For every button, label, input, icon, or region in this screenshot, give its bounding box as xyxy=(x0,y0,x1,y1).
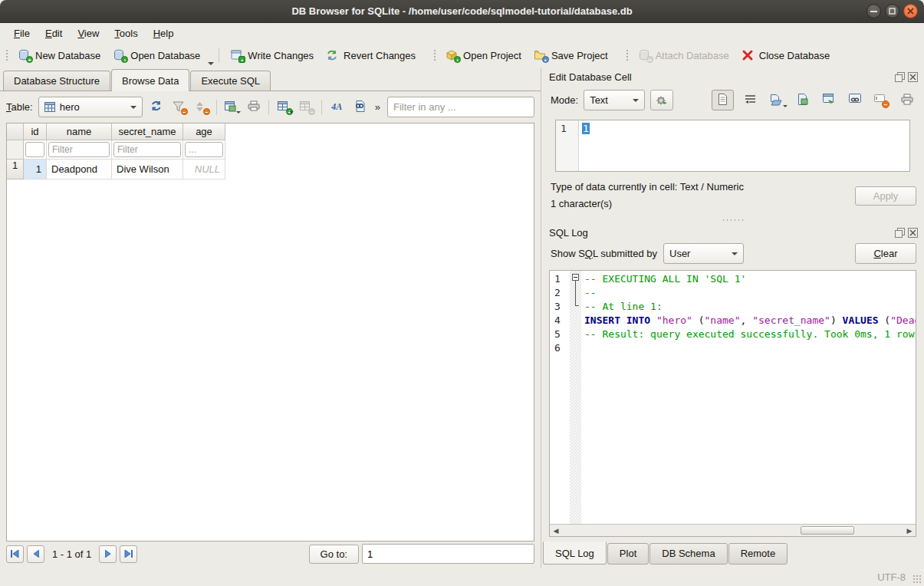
toolbar-drag-handle xyxy=(432,48,436,62)
import-data-button[interactable] xyxy=(767,91,786,110)
minimize-button[interactable] xyxy=(866,4,881,18)
find-in-table-button[interactable] xyxy=(350,97,367,117)
cell-info: Type of data currently in cell: Text / N… xyxy=(541,172,924,216)
float-dock-icon[interactable] xyxy=(894,228,905,239)
open-database-dropdown-arrow[interactable] xyxy=(208,62,214,65)
open-database-button[interactable]: › Open Database xyxy=(107,46,206,64)
cell-id[interactable]: 1 xyxy=(24,160,47,179)
clear-filters-button[interactable]: − xyxy=(170,97,187,117)
word-wrap-button[interactable] xyxy=(741,91,760,110)
write-changes-button[interactable]: ▪ Write Changes xyxy=(224,46,320,64)
fold-collapse-icon[interactable] xyxy=(572,274,579,281)
set-null-icon: − xyxy=(874,94,887,107)
column-header-id[interactable]: id xyxy=(24,123,47,140)
statusbar: UTF-8 xyxy=(0,568,924,586)
save-project-button[interactable]: ▪ Save Project xyxy=(528,46,614,64)
open-project-button[interactable]: › Open Project xyxy=(439,46,528,64)
print-cell-button[interactable] xyxy=(897,91,916,110)
insert-record-button[interactable]: + xyxy=(275,97,292,117)
new-database-icon: + xyxy=(18,49,31,61)
menu-view[interactable]: View xyxy=(70,25,107,41)
column-header-age[interactable]: age xyxy=(183,123,225,140)
toolbar-overflow-chevron[interactable]: » xyxy=(373,101,382,113)
set-null-button[interactable]: − xyxy=(871,91,890,110)
clear-sorting-button[interactable]: − xyxy=(192,97,209,117)
text-mode-button[interactable] xyxy=(712,90,734,110)
open-database-icon: › xyxy=(113,49,126,61)
close-database-button[interactable]: Close Database xyxy=(735,46,837,64)
filter-input-age[interactable] xyxy=(185,142,223,157)
dock-splitter[interactable] xyxy=(541,216,924,223)
table-select[interactable]: hero xyxy=(38,97,143,117)
menu-tools[interactable]: Tools xyxy=(107,25,145,41)
open-external-button[interactable] xyxy=(819,91,838,110)
column-header-name[interactable]: name xyxy=(47,123,112,140)
dock-tab-plot[interactable]: Plot xyxy=(607,543,649,565)
goto-button[interactable]: Go to: xyxy=(309,545,359,564)
print-icon xyxy=(248,100,260,114)
previous-record-button[interactable] xyxy=(27,545,44,563)
tab-browse-data[interactable]: Browse Data xyxy=(111,69,189,91)
filter-any-column-input[interactable] xyxy=(387,97,534,117)
record-range-label: 1 - 1 of 1 xyxy=(48,548,96,560)
next-record-button[interactable] xyxy=(99,545,117,563)
menu-file[interactable]: File xyxy=(6,25,38,41)
refresh-button[interactable] xyxy=(148,97,165,117)
dock-tab-db-schema[interactable]: DB Schema xyxy=(649,543,727,565)
cell-age[interactable]: NULL xyxy=(183,160,225,179)
resize-grip[interactable] xyxy=(912,574,922,584)
font-settings-button[interactable]: 4A xyxy=(328,97,345,117)
scroll-left-arrow[interactable]: ◀ xyxy=(550,525,562,536)
save-results-button[interactable] xyxy=(223,97,240,117)
auto-apply-button[interactable] xyxy=(650,90,673,110)
scroll-right-arrow[interactable]: ▶ xyxy=(903,525,916,536)
goto-record-input[interactable] xyxy=(362,544,534,564)
revert-changes-icon xyxy=(326,49,339,61)
filter-input-secret-name[interactable] xyxy=(113,142,181,157)
horizontal-scrollbar[interactable]: ◀ ▶ xyxy=(550,524,916,536)
close-database-icon xyxy=(742,49,755,61)
print-button[interactable] xyxy=(245,97,262,117)
table-label: Table: xyxy=(6,101,33,113)
close-dock-icon[interactable] xyxy=(907,72,918,83)
tab-execute-sql[interactable]: Execute SQL xyxy=(190,71,271,91)
clear-log-button[interactable]: Clear xyxy=(855,243,916,264)
first-record-button[interactable] xyxy=(6,545,24,563)
sql-line-numbers: 1 2 3 4 5 6 xyxy=(550,271,570,524)
menu-help[interactable]: Help xyxy=(146,25,182,41)
sql-source-value: User xyxy=(669,248,690,259)
dock-tab-sql-log[interactable]: SQL Log xyxy=(543,542,607,565)
edit-cell-dock-header: Edit Database Cell xyxy=(541,67,924,84)
mode-select[interactable]: Text xyxy=(584,90,645,110)
sql-source-select[interactable]: User xyxy=(663,243,744,264)
close-dock-icon[interactable] xyxy=(907,228,918,239)
close-button[interactable] xyxy=(903,4,918,18)
float-dock-icon[interactable] xyxy=(894,72,905,83)
dock-tab-remote[interactable]: Remote xyxy=(728,543,788,565)
browse-toolbar-separator xyxy=(216,100,217,115)
open-url-button[interactable] xyxy=(845,91,864,110)
cell-secret-name[interactable]: Dive Wilson xyxy=(112,160,183,179)
menu-edit[interactable]: Edit xyxy=(38,25,70,41)
close-database-label: Close Database xyxy=(759,50,830,61)
gear-icon xyxy=(656,94,669,107)
last-record-button[interactable] xyxy=(120,545,137,563)
row-header[interactable]: 1 xyxy=(7,160,24,179)
apply-button: Apply xyxy=(855,186,916,206)
goto-group: Go to: xyxy=(309,544,534,564)
revert-changes-button[interactable]: Revert Changes xyxy=(320,46,422,64)
cell-name[interactable]: Deadpond xyxy=(47,160,112,179)
scrollbar-thumb[interactable] xyxy=(801,526,854,535)
new-database-button[interactable]: + New Database xyxy=(12,46,107,64)
column-header-secret-name[interactable]: secret_name xyxy=(112,123,183,140)
cell-editor[interactable]: 1 1 xyxy=(555,120,910,172)
splitter-handle-dots xyxy=(721,218,745,221)
cell-editor-content[interactable]: 1 xyxy=(582,123,590,134)
sql-log-view[interactable]: 1 2 3 4 5 6 -- EXECUTING ALL IN 'SQL 1' … xyxy=(550,271,916,524)
filter-input-id[interactable] xyxy=(25,142,44,157)
filter-input-name[interactable] xyxy=(48,142,110,157)
menubar: File Edit View Tools Help xyxy=(0,23,924,43)
maximize-button[interactable] xyxy=(885,4,899,18)
tab-database-structure[interactable]: Database Structure xyxy=(3,71,110,91)
export-data-button[interactable] xyxy=(793,91,812,110)
